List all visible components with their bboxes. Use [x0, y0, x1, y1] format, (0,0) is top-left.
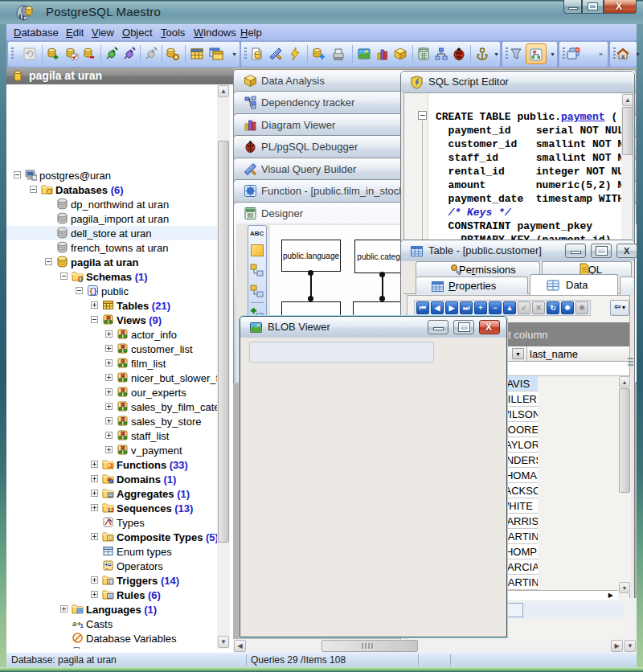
svg-text:}: } — [93, 288, 97, 296]
svg-text:*: * — [108, 462, 111, 470]
svg-text:1: 1 — [80, 622, 84, 629]
svg-text:123: 123 — [108, 506, 115, 514]
svg-text:}: } — [80, 275, 84, 282]
